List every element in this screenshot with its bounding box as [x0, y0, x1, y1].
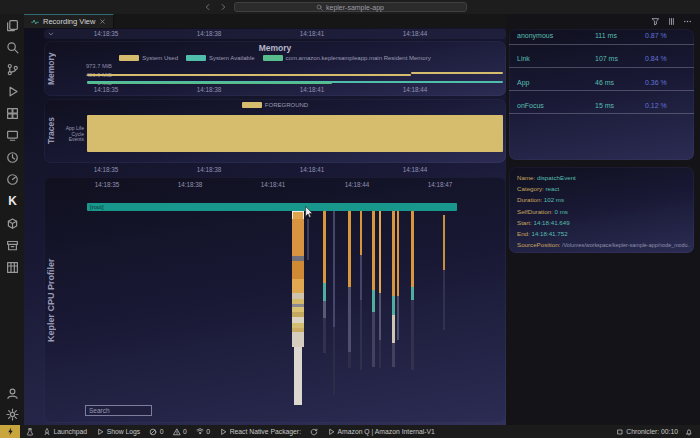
flame-segment[interactable] [333, 211, 335, 327]
traces-panel: FOREGROUND Traces App Life Cycle Events [44, 99, 506, 163]
timeline-ruler-top: 14:18:3514:18:3814:18:4114:18:44 [44, 29, 506, 39]
flame-segment[interactable] [360, 255, 362, 300]
status-item[interactable]: 0 [173, 428, 187, 436]
settings-icon[interactable] [6, 408, 19, 421]
back-icon[interactable] [204, 3, 212, 11]
more-icon[interactable] [683, 17, 692, 26]
table-row[interactable]: App46 ms0.36 % [509, 75, 694, 89]
close-icon[interactable] [99, 18, 106, 25]
columns-icon[interactable] [667, 17, 676, 26]
source-control-icon[interactable] [6, 63, 19, 76]
detail-field: Start: 14:18:41.649 [517, 219, 690, 226]
table-row[interactable]: anonymous111 ms0.87 % [509, 29, 694, 43]
flame-segment[interactable] [323, 211, 326, 283]
play-outline-icon [96, 428, 104, 436]
tab-recording-view[interactable]: Recording View [24, 14, 114, 28]
svg-text:K: K [8, 195, 17, 208]
time-tick: 14:18:38 [197, 86, 222, 93]
flame-segment[interactable] [323, 318, 326, 353]
flame-segment[interactable] [348, 211, 351, 287]
flame-segment[interactable] [443, 270, 445, 330]
flame-segment[interactable] [292, 219, 304, 256]
forward-icon[interactable] [219, 3, 227, 11]
table-row[interactable]: Link107 ms0.84 % [509, 52, 694, 66]
flame-root-frame[interactable]: [root] [87, 203, 457, 211]
detail-label: SourcePosition: [517, 241, 562, 248]
cell-name: App [517, 79, 529, 86]
flame-search-input[interactable] [85, 405, 152, 416]
flame-segment[interactable] [392, 343, 395, 367]
flame-segment[interactable] [294, 347, 302, 405]
legend-item: System Available [186, 55, 255, 61]
time-tick: 14:18:41 [261, 181, 286, 188]
time-tick: 14:18:47 [428, 181, 453, 188]
play-outline-icon [327, 428, 335, 436]
history-icon[interactable] [6, 151, 19, 164]
foreground-trace-bar[interactable] [87, 115, 503, 152]
flame-segment[interactable] [392, 296, 395, 315]
flame-segment[interactable] [292, 332, 304, 347]
package-icon[interactable] [6, 217, 19, 230]
flame-segment[interactable] [411, 300, 414, 370]
flame-segment[interactable] [360, 211, 362, 255]
table-row[interactable]: onFocus15 ms0.12 % [509, 98, 694, 112]
status-item[interactable]: Launchpad [43, 428, 87, 436]
cell-percent: 0.36 % [645, 79, 667, 86]
status-item[interactable]: React Native Packager: [219, 428, 301, 436]
flame-segment[interactable] [348, 352, 351, 368]
status-item[interactable] [685, 428, 693, 436]
flame-segment[interactable] [392, 211, 395, 296]
chevron-down-icon[interactable] [47, 30, 55, 38]
explorer-icon[interactable] [6, 19, 19, 32]
editor-group: Recording View 14:18:3514:18:3814:18:411… [24, 14, 506, 425]
flame-segment[interactable] [360, 300, 362, 370]
flame-segment[interactable] [323, 283, 326, 301]
remote-indicator[interactable] [0, 425, 20, 438]
search-icon[interactable] [6, 41, 19, 54]
flame-segment[interactable] [323, 301, 326, 318]
flame-segment[interactable] [379, 211, 381, 293]
memory-line-segment [87, 82, 332, 84]
legend-swatch [186, 55, 206, 61]
flame-segment[interactable] [379, 340, 381, 368]
flame-segment[interactable] [372, 211, 375, 290]
flame-segment[interactable] [292, 279, 304, 293]
flame-segment[interactable] [379, 293, 381, 340]
flame-segment[interactable] [411, 211, 414, 287]
status-item[interactable] [310, 428, 318, 436]
flame-segment[interactable] [372, 312, 375, 367]
detail-value: /Volumes/workspace/kepler-sample-app/nod… [562, 242, 690, 248]
remote-explorer-icon[interactable] [6, 129, 19, 142]
flame-segment[interactable] [307, 219, 309, 260]
row-separator [509, 44, 694, 45]
grid-icon[interactable] [6, 261, 19, 274]
status-item[interactable]: Amazon Q | Amazon Internal-V1 [327, 428, 435, 436]
command-center-search[interactable]: kepler-sample-app [234, 2, 467, 12]
status-item[interactable]: Show Logs [96, 428, 140, 436]
status-item[interactable]: 0 [196, 428, 210, 436]
flame-segment[interactable] [292, 261, 304, 279]
row-separator [509, 90, 694, 91]
flame-segment[interactable] [397, 296, 399, 340]
memory-panel: Memory System UsedSystem Availablecom.am… [44, 41, 506, 96]
flame-segment[interactable] [333, 327, 335, 395]
profiler-icon[interactable] [6, 173, 19, 186]
flame-segment[interactable] [443, 215, 445, 270]
funnel-icon[interactable] [651, 17, 660, 26]
status-item[interactable]: 0 [149, 428, 163, 436]
status-item[interactable]: Chronicler: 00:10 [616, 428, 678, 436]
flame-segment[interactable] [348, 287, 351, 352]
account-icon[interactable] [6, 387, 19, 400]
flame-segment[interactable] [372, 290, 375, 312]
run-debug-icon[interactable] [6, 85, 19, 98]
legend-swatch [119, 55, 139, 61]
kepler-icon[interactable]: K [6, 195, 19, 208]
flame-segment[interactable] [397, 211, 399, 296]
status-item[interactable] [26, 428, 34, 436]
legend-label: com.amazon.keplersampleapp.main Resident… [286, 55, 431, 61]
extensions-icon[interactable] [6, 107, 19, 120]
flame-segment[interactable] [411, 287, 414, 300]
flame-segment[interactable] [392, 315, 395, 343]
memory-title: Memory [44, 43, 506, 53]
archive-icon[interactable] [6, 239, 19, 252]
